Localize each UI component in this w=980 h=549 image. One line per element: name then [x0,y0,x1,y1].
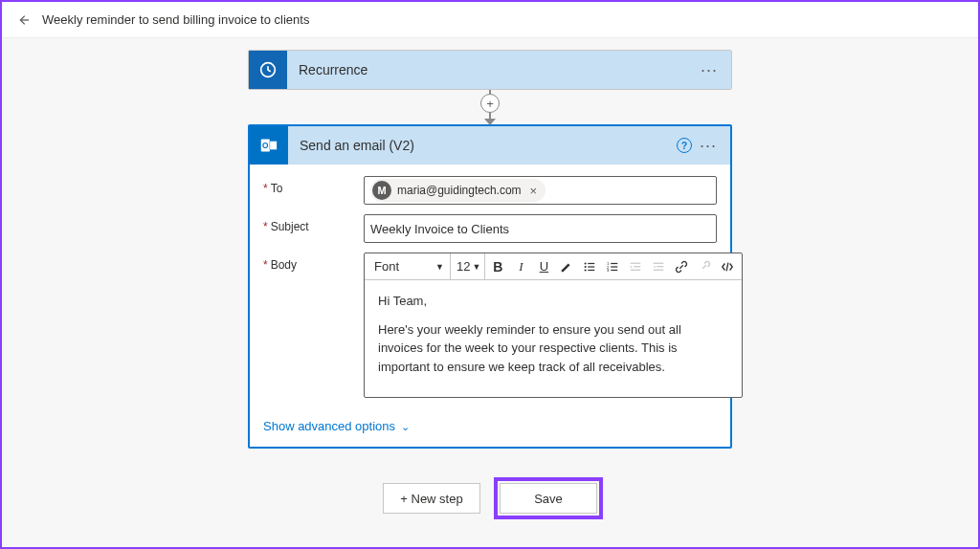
italic-button[interactable]: I [510,256,531,277]
connector: + [489,90,491,124]
svg-point-6 [585,265,587,267]
caret-down-icon: ▼ [435,262,444,272]
svg-rect-9 [589,269,595,270]
to-label: *To [263,176,364,195]
footer-buttons: + New step Save [383,483,597,514]
action-card: O Send an email (V2) ? ··· *To M maria@g… [248,124,732,449]
trigger-card[interactable]: Recurrence ··· [248,50,732,90]
help-button[interactable]: ? [677,138,692,153]
number-list-icon: 123 [606,260,619,274]
font-select[interactable]: Font ▼ [368,253,451,279]
svg-rect-20 [657,266,664,267]
flow-title: Weekly reminder to send billing invoice … [42,12,309,27]
show-advanced-options-link[interactable]: Show advanced options ⌄ [263,419,410,433]
svg-rect-13 [612,266,618,267]
subject-input[interactable]: Weekly Invoice to Clients [364,214,717,243]
body-label: *Body [263,253,364,272]
arrow-down-icon [484,119,496,125]
code-icon [721,260,734,274]
recipient-chip: M maria@guidingtech.com × [370,179,546,202]
action-body: *To M maria@guidingtech.com × *Subject W… [250,165,730,447]
indent-icon [652,260,665,274]
subject-label: *Subject [263,214,364,233]
svg-text:3: 3 [607,268,610,273]
svg-rect-2 [270,141,277,149]
highlight-button[interactable] [556,256,577,277]
number-list-button[interactable]: 123 [602,256,623,277]
body-field-row: *Body Font ▼ 12 ▼ B I U [263,253,717,398]
action-menu-button[interactable]: ··· [696,133,721,158]
svg-rect-11 [612,262,618,263]
to-input[interactable]: M maria@guidingtech.com × [364,176,717,205]
trigger-title: Recurrence [287,62,697,77]
subject-field-row: *Subject Weekly Invoice to Clients [263,214,717,243]
body-editor: Font ▼ 12 ▼ B I U [364,253,743,398]
code-view-button[interactable] [717,256,738,277]
svg-point-4 [585,262,587,264]
arrow-left-icon [16,13,30,27]
action-title: Send an email (V2) [288,138,677,153]
bold-button[interactable]: B [487,256,508,277]
remove-recipient-button[interactable]: × [527,184,541,198]
pencil-icon [560,260,573,274]
caret-down-icon: ▼ [472,262,480,272]
unlink-button[interactable] [694,256,715,277]
svg-rect-16 [631,262,641,263]
link-icon [675,260,688,274]
svg-text:O: O [262,142,269,150]
trigger-menu-button[interactable]: ··· [697,57,722,82]
body-content[interactable]: Hi Team, Here's your weekly reminder to … [365,280,742,397]
back-button[interactable] [15,12,31,28]
recurrence-icon [249,51,287,89]
svg-point-8 [585,269,587,271]
action-header[interactable]: O Send an email (V2) ? ··· [250,126,730,165]
link-button[interactable] [671,256,692,277]
chevron-down-icon: ⌄ [401,421,410,433]
trigger-header[interactable]: Recurrence ··· [249,51,731,89]
svg-rect-17 [635,266,641,267]
bullet-list-button[interactable] [579,256,600,277]
to-field-row: *To M maria@guidingtech.com × [263,176,717,205]
svg-rect-15 [612,269,618,270]
bullet-list-icon [583,260,596,274]
font-size-select[interactable]: 12 ▼ [453,253,485,279]
ellipsis-icon: ··· [700,137,717,154]
svg-rect-18 [631,269,641,270]
outdent-button[interactable] [625,256,646,277]
new-step-button[interactable]: + New step [383,483,480,514]
svg-rect-21 [654,269,664,270]
svg-rect-5 [589,262,595,263]
ellipsis-icon: ··· [701,61,718,78]
svg-rect-19 [654,262,664,263]
flow-canvas: Recurrence ··· + O Send an email (V2) [2,38,978,533]
avatar: M [372,181,391,200]
indent-button[interactable] [648,256,669,277]
outlook-icon: O [250,126,288,165]
svg-rect-7 [589,266,595,267]
outdent-icon [629,260,642,274]
unlink-icon [698,260,711,274]
page-header: Weekly reminder to send billing invoice … [2,2,978,38]
save-button[interactable]: Save [500,483,597,514]
rich-text-toolbar: Font ▼ 12 ▼ B I U [365,253,742,280]
underline-button[interactable]: U [533,256,554,277]
add-step-inline-button[interactable]: + [480,94,500,113]
recipient-email: maria@guidingtech.com [397,184,522,197]
